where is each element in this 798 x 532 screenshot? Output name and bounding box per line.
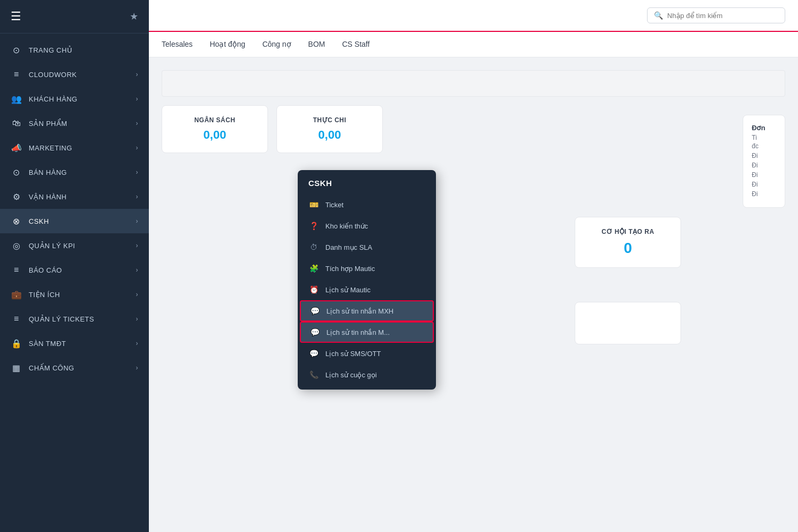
sidebar-arrow-bao-cao: › xyxy=(136,266,139,274)
cskh-item-kho-kien-thuc[interactable]: ❓Kho kiến thức xyxy=(298,215,436,237)
don-row-1: đc xyxy=(752,141,776,151)
trang-chu-icon: ⊙ xyxy=(11,44,22,56)
sidebar-item-marketing[interactable]: 📣MARKETING› xyxy=(0,136,149,160)
danh-muc-sla-icon: ⏱ xyxy=(308,242,319,252)
sidebar-arrow-san-pham: › xyxy=(136,120,139,127)
don-row-6: Đi xyxy=(752,189,776,199)
san-pham-icon: 🛍 xyxy=(11,117,22,129)
lich-su-tin-nhan-m-icon: 💬 xyxy=(309,327,320,337)
sidebar-item-cskh[interactable]: ⊗CSKH› xyxy=(0,209,149,233)
tab-hoat-dong[interactable]: Hoạt động xyxy=(209,32,245,57)
khach-hang-icon: 👥 xyxy=(11,93,22,105)
pin-icon[interactable]: ★ xyxy=(130,11,138,22)
thuc-chi-value: 0,00 xyxy=(294,128,365,142)
cskh-label-lich-su-tin-nhan-mxh: Lịch sử tin nhắn MXH xyxy=(326,307,393,315)
cskh-label-lich-su-mautic: Lịch sử Mautic xyxy=(325,286,371,294)
cskh-item-danh-muc-sla[interactable]: ⏱Danh mục SLA xyxy=(298,237,436,258)
cskh-item-lich-su-tin-nhan-mxh[interactable]: 💬Lịch sử tin nhắn MXH xyxy=(300,300,434,322)
cskh-item-lich-su-cuoc-goi[interactable]: 📞Lịch sử cuộc gọi xyxy=(298,364,436,385)
sidebar-item-trang-chu[interactable]: ⊙TRANG CHỦ xyxy=(0,38,149,62)
sidebar-arrow-marketing: › xyxy=(136,144,139,151)
sidebar-arrow-tien-ich: › xyxy=(136,291,139,298)
search-box[interactable]: 🔍 xyxy=(647,7,785,23)
sidebar-item-van-hanh[interactable]: ⚙VẬN HÀNH› xyxy=(0,184,149,209)
opportunity-label: CƠ HỘI TẠO RA xyxy=(592,228,663,235)
lich-su-sms-ott-icon: 💬 xyxy=(308,348,319,359)
cskh-item-lich-su-sms-ott[interactable]: 💬Lịch sử SMS/OTT xyxy=(298,343,436,364)
cskh-label-tich-hop-mautic: Tích hợp Mautic xyxy=(325,265,375,273)
don-title: Đơn xyxy=(752,124,776,132)
sidebar-arrow-cloudwork: › xyxy=(136,71,139,78)
sidebar-item-san-tmdt[interactable]: 🔒SÀN TMĐT› xyxy=(0,331,149,356)
sidebar-arrow-quan-ly-tickets: › xyxy=(136,315,139,323)
don-row-5: Đi xyxy=(752,180,776,189)
stats-row: NGÂN SÁCH 0,00 THỰC CHI 0,00 xyxy=(162,105,785,153)
lich-su-tin-nhan-mxh-icon: 💬 xyxy=(309,306,320,316)
sidebar-label-ban-hang: BÁN HÀNG xyxy=(29,168,130,176)
sidebar-label-san-pham: SẢN PHẨM xyxy=(29,120,130,128)
sidebar-item-khach-hang[interactable]: 👥KHÁCH HÀNG› xyxy=(0,87,149,111)
tab-cong-no[interactable]: Công nợ xyxy=(262,32,291,57)
cskh-label-danh-muc-sla: Danh mục SLA xyxy=(325,243,372,251)
sidebar-arrow-van-hanh: › xyxy=(136,193,139,200)
sidebar-label-cskh: CSKH xyxy=(29,217,130,225)
don-row-4: Đi xyxy=(752,170,776,180)
cskh-dropdown: CSKH 🎫Ticket❓Kho kiến thức⏱Danh mục SLA🧩… xyxy=(298,170,436,390)
opportunity-value: 0 xyxy=(592,240,663,257)
cskh-item-lich-su-tin-nhan-m[interactable]: 💬Lịch sử tin nhắn M... xyxy=(300,322,434,343)
sidebar-arrow-khach-hang: › xyxy=(136,95,139,103)
san-tmdt-icon: 🔒 xyxy=(11,337,22,349)
sidebar-item-cloudwork[interactable]: ≡CLOUDWORK› xyxy=(0,62,149,87)
main-content: 🔍 TelesalesHoạt độngCông nợBOMCS Staff N… xyxy=(149,0,798,532)
tab-cs-staff[interactable]: CS Staff xyxy=(342,32,369,57)
ngan-sach-value: 0,00 xyxy=(179,128,250,142)
cskh-item-tich-hop-mautic[interactable]: 🧩Tích hợp Mautic xyxy=(298,258,436,279)
don-row-3: Đi xyxy=(752,161,776,170)
tab-telesales[interactable]: Telesales xyxy=(162,32,192,57)
sidebar-item-quan-ly-kpi[interactable]: ◎QUẢN LÝ KPI› xyxy=(0,233,149,258)
cskh-label-lich-su-tin-nhan-m: Lịch sử tin nhắn M... xyxy=(326,328,390,336)
search-icon: 🔍 xyxy=(654,11,663,20)
don-section: Đơn Ti đc Đi Đi Đi Đi Đi xyxy=(743,115,785,208)
sidebar-label-cloudwork: CLOUDWORK xyxy=(29,71,130,79)
cskh-dropdown-title: CSKH xyxy=(298,179,436,194)
sidebar-header: ☰ ★ xyxy=(0,0,149,33)
sidebar-label-cham-cong: CHẤM CÔNG xyxy=(29,364,130,372)
sidebar-item-ban-hang[interactable]: ⊙BÁN HÀNG› xyxy=(0,160,149,184)
sidebar-item-quan-ly-tickets[interactable]: ≡QUẢN LÝ TICKETS› xyxy=(0,307,149,331)
sidebar-item-tien-ich[interactable]: 💼TIỆN ÍCH› xyxy=(0,282,149,307)
sidebar-item-bao-cao[interactable]: ≡BÁO CÁO› xyxy=(0,258,149,282)
cskh-item-lich-su-mautic[interactable]: ⏰Lịch sử Mautic xyxy=(298,279,436,300)
cskh-item-ticket[interactable]: 🎫Ticket xyxy=(298,194,436,215)
tab-bom[interactable]: BOM xyxy=(308,32,325,57)
sidebar-navigation: ⊙TRANG CHỦ≡CLOUDWORK›👥KHÁCH HÀNG›🛍SẢN PH… xyxy=(0,33,149,532)
sidebar-arrow-san-tmdt: › xyxy=(136,340,139,347)
cskh-label-lich-su-cuoc-goi: Lịch sử cuộc gọi xyxy=(325,371,377,379)
don-row-2: Đi xyxy=(752,151,776,161)
sidebar-item-cham-cong[interactable]: ▦CHẤM CÔNG› xyxy=(0,356,149,380)
sidebar-label-tien-ich: TIỆN ÍCH xyxy=(29,291,130,299)
content-area: NGÂN SÁCH 0,00 THỰC CHI 0,00 CƠ HỘI TẠO … xyxy=(149,57,798,532)
filter-area xyxy=(162,70,785,97)
sidebar-arrow-cskh: › xyxy=(136,217,139,225)
thuc-chi-card: THỰC CHI 0,00 xyxy=(276,105,383,153)
sidebar-arrow-ban-hang: › xyxy=(136,168,139,176)
sidebar-label-trang-chu: TRANG CHỦ xyxy=(29,46,138,54)
sidebar-item-san-pham[interactable]: 🛍SẢN PHẨM› xyxy=(0,111,149,136)
sidebar-label-quan-ly-kpi: QUẢN LÝ KPI xyxy=(29,242,130,250)
lich-su-mautic-icon: ⏰ xyxy=(308,284,319,295)
sidebar-label-bao-cao: BÁO CÁO xyxy=(29,266,130,274)
cloudwork-icon: ≡ xyxy=(11,69,22,80)
marketing-icon: 📣 xyxy=(11,142,22,154)
quan-ly-tickets-icon: ≡ xyxy=(11,313,22,325)
sidebar-arrow-quan-ly-kpi: › xyxy=(136,242,139,249)
search-input[interactable] xyxy=(667,12,778,20)
opportunity-card: CƠ HỘI TẠO RA 0 xyxy=(575,217,681,268)
bao-cao-icon: ≡ xyxy=(11,264,22,276)
sidebar-arrow-cham-cong: › xyxy=(136,364,139,371)
cham-cong-icon: ▦ xyxy=(11,362,22,374)
ngan-sach-label: NGÂN SÁCH xyxy=(179,116,250,124)
hamburger-icon[interactable]: ☰ xyxy=(11,10,21,23)
sidebar-label-van-hanh: VẬN HÀNH xyxy=(29,193,130,201)
top-bar: 🔍 xyxy=(149,0,798,32)
